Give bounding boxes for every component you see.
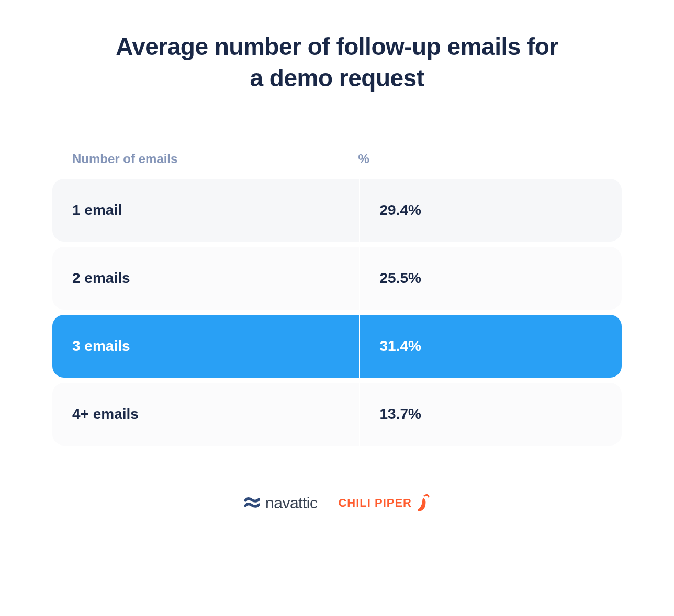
header-percent: % — [358, 152, 602, 166]
chilipiper-logo: CHILI PIPER — [338, 493, 430, 514]
row-value: 25.5% — [360, 247, 622, 310]
row-label: 3 emails — [52, 315, 360, 378]
chart-container: Average number of follow-up emails for a… — [52, 31, 622, 514]
navattic-logo: navattic — [244, 494, 317, 512]
row-label: 2 emails — [52, 247, 360, 310]
table-row: 1 email 29.4% — [52, 179, 622, 242]
row-value: 29.4% — [360, 179, 622, 242]
navattic-logo-text: navattic — [265, 494, 317, 512]
table-header: Number of emails % — [52, 152, 622, 179]
chilipiper-pepper-icon — [415, 493, 430, 514]
chilipiper-logo-text: CHILI PIPER — [338, 496, 412, 510]
header-number-of-emails: Number of emails — [72, 152, 358, 166]
table-row: 2 emails 25.5% — [52, 247, 622, 310]
table-row: 4+ emails 13.7% — [52, 383, 622, 446]
row-label: 4+ emails — [52, 383, 360, 446]
row-value: 31.4% — [360, 315, 622, 378]
navattic-wave-icon — [244, 495, 260, 511]
chart-title: Average number of follow-up emails for a… — [112, 31, 562, 94]
row-value: 13.7% — [360, 383, 622, 446]
table-row: 3 emails 31.4% — [52, 315, 622, 378]
logos-footer: navattic CHILI PIPER — [52, 493, 622, 514]
data-table: Number of emails % 1 email 29.4% 2 email… — [52, 152, 622, 446]
row-label: 1 email — [52, 179, 360, 242]
